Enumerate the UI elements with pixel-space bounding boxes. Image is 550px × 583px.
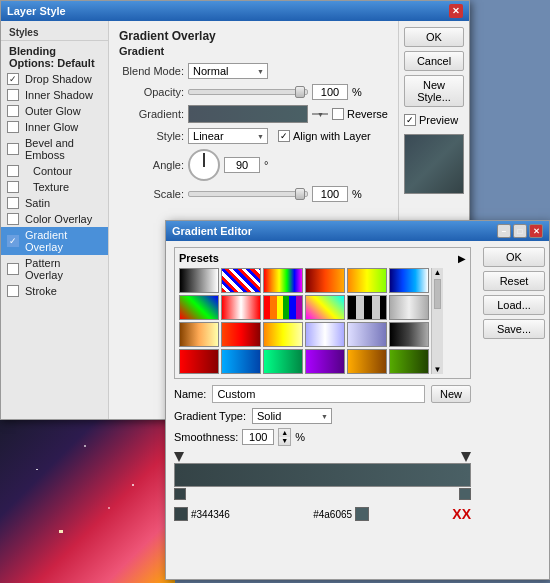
sidebar-item-contour[interactable]: Contour	[1, 163, 108, 179]
preset-2[interactable]	[221, 268, 261, 293]
ok-button[interactable]: OK	[404, 27, 464, 47]
ge-reset-button[interactable]: Reset	[483, 271, 545, 291]
scale-thumb[interactable]	[295, 188, 305, 200]
color-stop-left[interactable]	[174, 488, 186, 500]
right-stop-swatch[interactable]	[355, 507, 369, 521]
satin-checkbox[interactable]	[7, 197, 19, 209]
preset-3[interactable]	[263, 268, 303, 293]
scroll-up-btn[interactable]: ▲	[432, 268, 443, 277]
align-layer-text: Align with Layer	[293, 130, 371, 142]
ge-save-button[interactable]: Save...	[483, 319, 545, 339]
opacity-thumb[interactable]	[295, 86, 305, 98]
preset-10[interactable]	[305, 295, 345, 320]
new-gradient-button[interactable]: New	[431, 385, 471, 403]
preset-24[interactable]	[389, 349, 429, 374]
ge-minimize-btn[interactable]: −	[497, 224, 511, 238]
preview-label[interactable]: Preview	[404, 114, 464, 126]
blending-options-header[interactable]: Blending Options: Default	[1, 43, 108, 71]
contour-checkbox[interactable]	[7, 165, 19, 177]
smoothness-spinner[interactable]: ▲ ▼	[278, 428, 291, 446]
sidebar-item-inner-shadow[interactable]: Inner Shadow	[1, 87, 108, 103]
scale-input[interactable]	[312, 186, 348, 202]
align-layer-label[interactable]: Align with Layer	[278, 130, 371, 142]
sidebar-item-pattern-overlay[interactable]: Pattern Overlay	[1, 255, 108, 283]
ge-ok-button[interactable]: OK	[483, 247, 545, 267]
reverse-checkbox[interactable]	[332, 108, 344, 120]
preset-18[interactable]	[389, 322, 429, 347]
sidebar-item-drop-shadow[interactable]: Drop Shadow	[1, 71, 108, 87]
name-input[interactable]	[212, 385, 425, 403]
reverse-label[interactable]: Reverse	[332, 108, 388, 120]
sidebar-item-color-overlay[interactable]: Color Overlay	[1, 211, 108, 227]
preset-17[interactable]	[347, 322, 387, 347]
smoothness-input[interactable]	[242, 429, 274, 445]
cancel-button[interactable]: Cancel	[404, 51, 464, 71]
preset-11[interactable]	[347, 295, 387, 320]
sidebar-item-texture[interactable]: Texture	[1, 179, 108, 195]
preset-20[interactable]	[221, 349, 261, 374]
preset-13[interactable]	[179, 322, 219, 347]
preset-16[interactable]	[305, 322, 345, 347]
blend-mode-dropdown[interactable]: Normal	[188, 63, 268, 79]
sidebar-item-gradient-overlay[interactable]: Gradient Overlay	[1, 227, 108, 255]
gradient-dropdown-btn[interactable]	[312, 113, 328, 115]
gradient-type-dropdown[interactable]: Solid	[252, 408, 332, 424]
preset-12[interactable]	[389, 295, 429, 320]
drop-shadow-checkbox[interactable]	[7, 73, 19, 85]
preset-14[interactable]	[221, 322, 261, 347]
preset-9[interactable]	[263, 295, 303, 320]
ge-close-btn[interactable]: ✕	[529, 224, 543, 238]
preset-8[interactable]	[221, 295, 261, 320]
inner-shadow-checkbox[interactable]	[7, 89, 19, 101]
preset-23[interactable]	[347, 349, 387, 374]
scroll-down-btn[interactable]: ▼	[432, 365, 443, 374]
angle-dial[interactable]	[188, 149, 220, 181]
sidebar-item-stroke[interactable]: Stroke	[1, 283, 108, 299]
gradient-overlay-checkbox[interactable]	[7, 235, 19, 247]
new-style-button[interactable]: New Style...	[404, 75, 464, 107]
angle-input[interactable]	[224, 157, 260, 173]
preset-1[interactable]	[179, 268, 219, 293]
sidebar-item-outer-glow[interactable]: Outer Glow	[1, 103, 108, 119]
stroke-checkbox[interactable]	[7, 285, 19, 297]
sidebar-item-bevel-emboss[interactable]: Bevel and Emboss	[1, 135, 108, 163]
spinner-up[interactable]: ▲	[279, 429, 290, 437]
opacity-input[interactable]	[312, 84, 348, 100]
preset-19[interactable]	[179, 349, 219, 374]
sidebar-item-satin[interactable]: Satin	[1, 195, 108, 211]
opacity-stop-right[interactable]	[461, 452, 471, 462]
gradient-preview[interactable]	[188, 105, 308, 123]
preset-5[interactable]	[347, 268, 387, 293]
preset-21[interactable]	[263, 349, 303, 374]
opacity-slider[interactable]	[188, 89, 308, 95]
pattern-overlay-checkbox[interactable]	[7, 263, 19, 275]
presets-scrollbar[interactable]: ▲ ▼	[431, 268, 443, 374]
outer-glow-checkbox[interactable]	[7, 105, 19, 117]
color-stop-right[interactable]	[459, 488, 471, 500]
contour-label: Contour	[33, 165, 72, 177]
preview-checkbox[interactable]	[404, 114, 416, 126]
bevel-emboss-checkbox[interactable]	[7, 143, 19, 155]
window-close-button[interactable]: ✕	[449, 4, 463, 18]
preset-7[interactable]	[179, 295, 219, 320]
scale-slider[interactable]	[188, 191, 308, 197]
preset-15[interactable]	[263, 322, 303, 347]
inner-glow-checkbox[interactable]	[7, 121, 19, 133]
ge-maximize-btn[interactable]: □	[513, 224, 527, 238]
sidebar-item-inner-glow[interactable]: Inner Glow	[1, 119, 108, 135]
preset-4[interactable]	[305, 268, 345, 293]
name-row: Name: New	[174, 385, 471, 403]
left-stop-swatch[interactable]	[174, 507, 188, 521]
texture-checkbox[interactable]	[7, 181, 19, 193]
color-overlay-checkbox[interactable]	[7, 213, 19, 225]
ge-load-button[interactable]: Load...	[483, 295, 545, 315]
preset-6[interactable]	[389, 268, 429, 293]
style-dropdown[interactable]: Linear	[188, 128, 268, 144]
scroll-thumb[interactable]	[434, 279, 441, 309]
align-layer-checkbox[interactable]	[278, 130, 290, 142]
preset-22[interactable]	[305, 349, 345, 374]
opacity-stop-left[interactable]	[174, 452, 184, 462]
gradient-bar[interactable]	[174, 463, 471, 487]
spinner-down[interactable]: ▼	[279, 437, 290, 445]
presets-arrow-btn[interactable]: ▶	[458, 253, 466, 264]
